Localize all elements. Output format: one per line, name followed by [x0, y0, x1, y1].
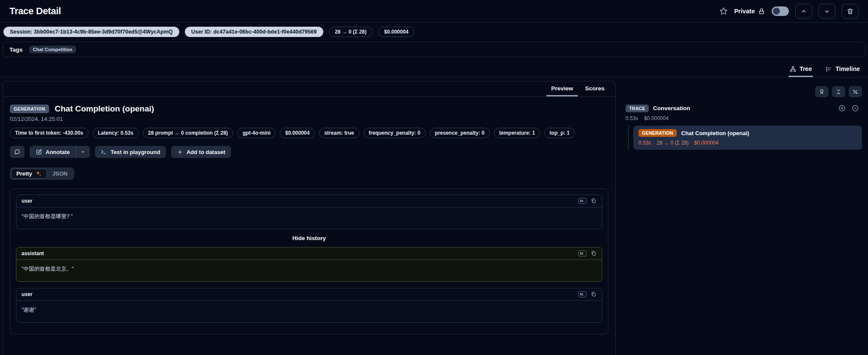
metric-badge: gpt-4o-mini [237, 128, 276, 138]
format-json[interactable]: JSON [47, 169, 73, 179]
message-role: user [21, 291, 32, 297]
generation-type-badge: GENERATION [638, 129, 677, 137]
node-cost: $0.000004 [694, 140, 718, 146]
message-content: "中国的首都是北京。" [16, 260, 602, 281]
collapse-all-button[interactable] [832, 86, 845, 97]
sparkles-icon [35, 170, 42, 177]
actions-row: Annotate Test in playgro [10, 146, 608, 158]
observation-header: GENERATION Chat Completion (openai) [10, 104, 608, 114]
annotate-dropdown-button[interactable] [76, 146, 90, 158]
observation-timestamp: 02/12/2024, 14:25:01 [10, 116, 608, 122]
trace-latency: 0.53s [626, 115, 638, 121]
trace-expand-controls [838, 104, 861, 112]
add-to-dataset-button[interactable]: Add to dataset [171, 146, 231, 158]
trace-badges-row: Session: 3bb00ec7-1b13-4c9b-85ee-3d9d70f… [0, 23, 868, 41]
copy-icon [591, 250, 597, 256]
comment-button[interactable] [10, 146, 25, 158]
plus-icon [177, 149, 183, 155]
tree-toolbar [620, 81, 865, 103]
copy-icon [591, 291, 597, 297]
metric-badge: Time to first token: -430.00s [10, 128, 89, 138]
privacy-label: Private [734, 8, 765, 15]
tree-node-header: GENERATION Chat Completion (openai) [638, 129, 857, 137]
metric-badge: 28 prompt → 0 completion (Σ 28) [143, 128, 233, 138]
star-icon[interactable] [719, 7, 728, 15]
format-toggle: Pretty JSON [10, 167, 74, 180]
tree-children: GENERATION Chat Completion (openai) 0.53… [628, 126, 865, 150]
trace-title: Conversation [653, 105, 834, 111]
hide-history-button[interactable]: Hide history [16, 229, 602, 247]
message-user-1: user M↓ "中国的首都是哪 [16, 194, 602, 229]
annotate-split-button: Annotate [30, 146, 90, 158]
metrics-toggle-button[interactable] [849, 86, 862, 97]
message-role: assistant [21, 250, 44, 256]
annotate-button[interactable]: Annotate [30, 146, 76, 158]
copy-button[interactable] [591, 291, 597, 297]
tree-icon [790, 66, 796, 72]
delete-trace-button[interactable] [842, 4, 859, 19]
header-actions: Private [719, 4, 859, 19]
tag-chip[interactable]: Chat Competition [29, 46, 77, 53]
metric-badge: frequency_penalty: 0 [364, 128, 426, 138]
trash-icon [847, 8, 854, 15]
comment-icon [14, 148, 21, 155]
tab-tree[interactable]: Tree [788, 62, 813, 77]
message-tools: M↓ [578, 198, 597, 204]
copy-button[interactable] [591, 250, 597, 256]
collapse-icon [835, 89, 842, 95]
copy-icon [591, 198, 597, 204]
node-tokens: 28 → 0 (Σ 28) [656, 140, 688, 146]
tab-scores[interactable]: Scores [580, 81, 609, 96]
percent-icon [852, 89, 859, 95]
trace-root-row[interactable]: TRACE Conversation [620, 103, 865, 112]
tab-timeline[interactable]: Timeline [824, 62, 861, 77]
metric-badge: presence_penalty: 0 [430, 128, 490, 138]
public-toggle[interactable] [772, 6, 789, 16]
message-header: assistant M↓ [16, 247, 602, 260]
observation-title: Chat Completion (openai) [55, 104, 154, 114]
tags-label: Tags [9, 46, 23, 53]
message-role: user [21, 198, 32, 204]
format-pretty[interactable]: Pretty [11, 169, 47, 179]
tags-container: Tags Chat Competition [3, 42, 865, 57]
message-header: user M↓ [16, 288, 602, 301]
tags-list: Chat Competition [29, 46, 77, 53]
message-content: "中国的首都是哪里? " [16, 207, 602, 229]
page-title: Trace Detail [9, 6, 61, 17]
user-id-badge[interactable]: User ID: dc47a41e-06bc-400d-bde1-f0e440d… [185, 27, 323, 37]
chevron-down-icon [80, 149, 86, 155]
trace-cost: $0.000004 [644, 115, 669, 121]
message-header: user M↓ [16, 195, 602, 207]
playground-button[interactable]: Test in playground [95, 146, 166, 158]
tree-node-generation[interactable]: GENERATION Chat Completion (openai) 0.53… [633, 126, 862, 150]
message-user-2: user M↓ "谢谢" [16, 288, 602, 323]
edit-icon [36, 149, 42, 155]
metric-badge: stream: true [319, 128, 359, 138]
circle-plus-icon[interactable] [838, 104, 846, 112]
terminal-icon [101, 149, 107, 155]
message-content: "谢谢" [16, 301, 602, 322]
copy-button[interactable] [591, 198, 597, 204]
scores-toggle-button[interactable] [815, 86, 828, 97]
panel-content: GENERATION Chat Completion (openai) 02/1… [3, 97, 615, 342]
tree-node-title: Chat Completion (openai) [681, 130, 749, 136]
cost-badge: $0.000004 [378, 27, 415, 37]
next-trace-button[interactable] [819, 4, 835, 19]
panel-tabs: Preview Scores [3, 81, 615, 97]
markdown-toggle-icon[interactable]: M↓ [578, 250, 586, 256]
markdown-toggle-icon[interactable]: M↓ [578, 198, 586, 204]
prev-trace-button[interactable] [795, 4, 812, 19]
timeline-icon [825, 66, 832, 72]
trace-type-badge: TRACE [626, 105, 649, 112]
session-badge[interactable]: Session: 3bb00ec7-1b13-4c9b-85ee-3d9d70f… [3, 27, 179, 37]
observation-panel: Preview Scores GENERATION Chat Completio… [3, 81, 616, 355]
metric-badge: $0.000004 [280, 128, 315, 138]
metric-badge: Latency: 0.53s [93, 128, 139, 138]
markdown-toggle-icon[interactable]: M↓ [578, 291, 586, 297]
tab-preview[interactable]: Preview [546, 81, 578, 96]
message-tools: M↓ [578, 291, 597, 297]
circle-minus-icon[interactable] [851, 104, 859, 112]
message-tools: M↓ [578, 250, 597, 256]
metric-badge: temperature: 1 [494, 128, 540, 138]
messages-container: user M↓ "中国的首都是哪 [10, 188, 608, 334]
